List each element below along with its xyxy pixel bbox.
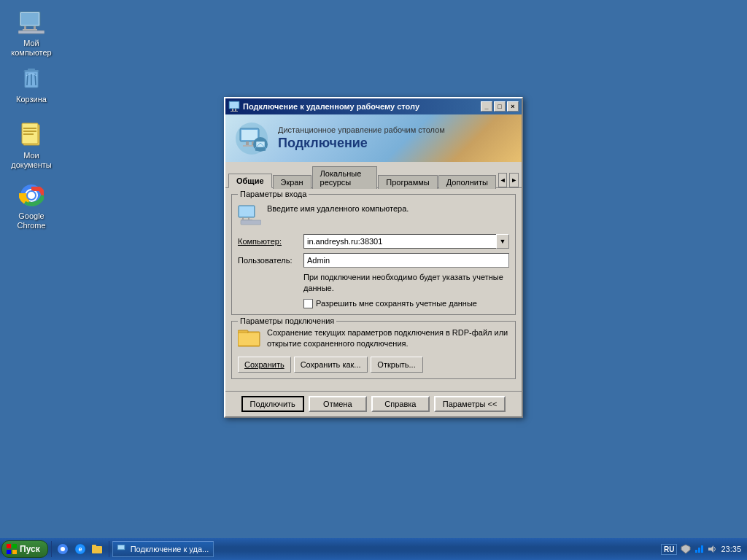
dialog-title: Подключение к удаленному рабочему столу [243,102,419,111]
start-label: Пуск [20,544,40,554]
taskbar-right: RU 23:35 [657,543,746,555]
svg-rect-52 [12,550,17,554]
svg-rect-58 [92,545,96,547]
save-button[interactable]: Сохранить [238,357,291,373]
svg-rect-2 [21,13,39,25]
svg-rect-28 [231,111,238,112]
svg-rect-63 [698,548,700,553]
tab-right-arrow[interactable]: ► [509,173,519,187]
connection-buttons: Сохранить Сохранить как... Открыть... [238,357,509,373]
dialog-header: Дистанционное управление рабочим столом … [225,114,522,162]
tab-extras[interactable]: Дополниты [438,175,496,189]
folder-icon [238,327,261,351]
login-hint: Введите имя удаленного компьютера. [238,203,509,228]
tray-icon-network[interactable] [693,543,705,555]
tab-local[interactable]: Локальные ресурсы [312,166,378,189]
rdp-dialog: Подключение к удаленному рабочему столу … [224,97,523,418]
maximize-button[interactable]: □ [494,101,506,112]
svg-rect-50 [12,544,17,548]
open-button[interactable]: Открыть... [371,357,423,373]
tray-icon-volume[interactable] [706,543,718,555]
dialog-body: Параметры входа Введите имя удаленно [225,188,522,391]
computer-small-icon [238,205,261,228]
svg-rect-6 [18,31,44,34]
save-credentials-label: Разрешить мне сохранять учетные данные [316,299,477,308]
svg-rect-19 [23,133,34,135]
help-button[interactable]: Справка [371,396,430,412]
svg-rect-41 [239,206,254,217]
tab-programs[interactable]: Программы [378,175,437,189]
svg-rect-27 [235,109,236,111]
system-tray [680,543,718,555]
system-clock: 23:35 [721,545,741,553]
svg-rect-62 [695,550,697,553]
svg-rect-49 [7,544,11,548]
svg-rect-42 [242,217,244,219]
dialog-subtitle: Дистанционное управление рабочим столом [278,125,445,134]
dialog-footer: Подключить Отмена Справка Параметры << [225,391,522,416]
cancel-button[interactable]: Отмена [309,396,367,412]
tray-icon-security[interactable] [680,543,692,555]
svg-rect-17 [23,128,36,129]
connection-group-title: Параметры подключения [238,316,336,325]
svg-rect-64 [701,545,703,553]
titlebar-buttons: _ □ × [481,101,519,112]
taskbar-separator-2 [109,541,109,557]
connect-button[interactable]: Подключить [241,396,304,412]
taskbar-chrome-icon[interactable] [55,541,71,557]
svg-point-23 [28,192,35,199]
taskbar-separator [51,541,52,557]
login-params-group: Параметры входа Введите имя удаленно [231,194,516,315]
svg-rect-25 [230,102,239,108]
user-row: Пользователь: [238,253,509,268]
desktop-icon-recycle-bin[interactable]: Корзина [6,62,57,107]
desktop-icon-my-documents[interactable]: Мои документы [6,118,57,173]
title-bar-left: Подключение к удаленному рабочему столу [228,101,419,112]
computer-row: Компьютер: ▼ [238,234,509,249]
taskbar-rdp-task[interactable]: Подключение к уда... [112,541,214,557]
close-button[interactable]: × [507,101,519,112]
user-input[interactable] [303,253,509,268]
save-credentials-checkbox[interactable] [303,299,313,308]
svg-point-54 [61,547,65,551]
desktop-icon-my-computer[interactable]: Мой компьютер [6,6,57,61]
svg-rect-4 [34,26,36,29]
minimize-button[interactable]: _ [481,101,492,112]
start-button[interactable]: Пуск [1,540,48,558]
my-computer-icon [18,9,45,36]
tabs-bar: Общие Экран Локальные ресурсы Программы … [225,162,522,188]
credentials-note: При подключении необходимо будет указать… [303,272,509,295]
save-as-button[interactable]: Сохранить как... [294,357,368,373]
computer-input[interactable] [303,234,496,249]
taskbar-folder-icon[interactable] [90,541,106,557]
recycle-bin-icon [18,65,45,93]
chrome-icon-img [18,182,45,209]
computer-dropdown-arrow[interactable]: ▼ [496,234,509,249]
computer-combo[interactable]: ▼ [303,234,509,249]
windows-logo [7,544,17,554]
language-indicator[interactable]: RU [661,544,677,555]
dialog-header-text: Дистанционное управление рабочим столом … [278,125,445,151]
taskbar-ie-icon[interactable]: e [72,541,88,557]
connection-hint: Сохранение текущих параметров подключени… [238,327,509,351]
my-documents-icon [18,121,45,149]
computer-label: Компьютер: [238,237,303,246]
connection-hint-text: Сохранение текущих параметров подключени… [267,327,509,350]
svg-rect-3 [24,26,26,29]
desktop-icon-chrome[interactable]: Google Chrome [6,179,57,233]
tab-left-arrow[interactable]: ◄ [498,173,508,187]
svg-rect-18 [23,131,36,132]
tab-screen[interactable]: Экран [273,175,311,189]
save-credentials-row[interactable]: Разрешить мне сохранять учетные данные [303,299,509,308]
svg-marker-65 [708,545,713,553]
svg-rect-51 [7,550,11,554]
params-button[interactable]: Параметры << [434,396,506,412]
chrome-label: Google Chrome [9,211,54,230]
svg-rect-48 [239,333,259,345]
taskbar: Пуск e Подключение к уда... RU [0,538,747,560]
tab-general[interactable]: Общие [228,174,272,188]
svg-rect-31 [241,130,258,140]
login-group-content: Введите имя удаленного компьютера. Компь… [238,203,509,308]
taskbar-rdp-icon [117,545,128,553]
svg-marker-61 [681,545,690,553]
